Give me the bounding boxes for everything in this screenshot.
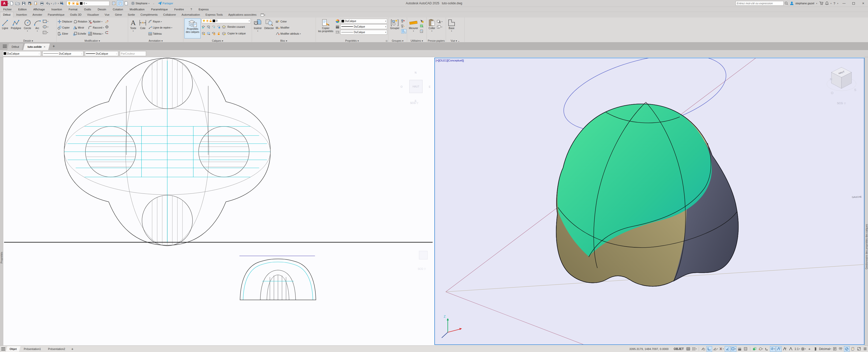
create-block-button[interactable]: Créer <box>276 19 301 25</box>
linetype-dropdown[interactable]: DuCalque▾ <box>340 30 387 35</box>
minimize-button[interactable]: — <box>840 1 848 6</box>
text-button[interactable]: A Texte▾ <box>129 19 137 38</box>
3d-object-snap-toggle[interactable]: ▾ <box>758 347 763 351</box>
redo-history-chevron-icon[interactable]: ▾ <box>58 3 59 4</box>
ribbon-tab-sortie[interactable]: Sortie <box>125 12 138 18</box>
ortho-toggle[interactable] <box>707 347 712 351</box>
layer-walk-icon[interactable] <box>202 32 205 35</box>
snap-toggle[interactable]: ▾ <box>692 347 697 351</box>
lineweight-display-toggle[interactable] <box>737 347 742 351</box>
new-file-button[interactable] <box>9 1 14 6</box>
viewcube-faded-bottom-viewport[interactable] <box>419 251 428 260</box>
table-button[interactable]: Tableau <box>148 31 172 37</box>
ucs-icon[interactable]: Z <box>442 315 462 338</box>
left-viewports-area[interactable]: HAUT N O E S SCG ▽ SCG ▽ <box>3 57 434 345</box>
workspace-switcher[interactable]: Stephane ▾ <box>131 1 150 5</box>
ribbon-tab-insertion[interactable]: Insertion <box>13 12 30 18</box>
undo-button[interactable] <box>45 1 51 6</box>
viewcube-compass-e[interactable]: E <box>429 86 431 88</box>
restore-button[interactable] <box>850 1 858 6</box>
viewcube-compass-n[interactable]: N <box>415 71 416 74</box>
group-selection-toggle[interactable] <box>401 29 406 33</box>
layout-tabs-menu-button[interactable] <box>0 346 6 352</box>
new-layout-button[interactable]: + <box>69 347 75 351</box>
copy-layer-icon[interactable] <box>222 32 226 35</box>
chevron-down-icon[interactable]: ▾ <box>830 348 831 350</box>
notification-bell-icon[interactable] <box>825 1 829 5</box>
units-dropdown[interactable]: Décimal▾ <box>819 347 831 351</box>
ribbon-tab-collaborer[interactable]: Collaborer <box>160 12 179 18</box>
polyline-button[interactable]: Polyligne <box>10 19 22 38</box>
account-name[interactable]: stephane.gazel <box>796 2 814 5</box>
annotation-autoscale-toggle[interactable] <box>782 347 787 351</box>
active-3d-viewport[interactable]: Z HAUT GAUCHE AVANT N O S SCG ▽ <box>434 58 865 345</box>
menu-fenetre[interactable]: Fenêtre <box>171 7 187 12</box>
make-current-label[interactable]: Rendre courant <box>227 26 245 28</box>
layer-manager-palette-tab[interactable]: Gestionnaire des propriétés des calques <box>865 57 868 345</box>
new-tab-button[interactable]: + <box>51 44 57 49</box>
help-menu[interactable]: ? <box>833 1 835 5</box>
dynamic-input-toggle[interactable] <box>701 347 706 351</box>
viewcube-compass-o[interactable]: O <box>831 91 833 95</box>
gizmo-toggle[interactable]: ▾ <box>770 347 775 351</box>
edit-attributes-button[interactable]: Modifier attributs▾ <box>276 31 301 37</box>
solid-model[interactable] <box>556 102 738 286</box>
ribbon-minimize-button[interactable]: ▾ <box>260 12 265 18</box>
menu-cotation[interactable]: Cotation <box>110 7 126 12</box>
join-button[interactable] <box>105 30 108 35</box>
panel-label-presse-papiers[interactable]: Presse-papiers <box>427 39 446 42</box>
panel-label-calques[interactable]: Calques ▾ <box>183 39 252 42</box>
viewcube-faded-top-viewport[interactable]: HAUT N O E S <box>406 65 434 105</box>
autosnap-angle-toggle[interactable] <box>725 347 730 351</box>
chevron-down-icon[interactable]: ▾ <box>723 348 724 350</box>
layer-prev-icon[interactable] <box>212 32 215 35</box>
plot-button[interactable] <box>39 1 45 6</box>
paste-button[interactable]: Coller▾ <box>428 19 436 38</box>
file-tab-start[interactable]: Début <box>7 43 24 50</box>
ribbon-tab-automatisation[interactable]: Automatisation <box>179 12 203 18</box>
layer-isolate-icon[interactable] <box>207 25 210 29</box>
calculator-button[interactable] <box>420 29 424 33</box>
workspace-switching-button[interactable]: ▾ <box>801 347 806 351</box>
annotation-visibility-toggle[interactable] <box>776 347 781 351</box>
edit-block-button[interactable]: Modifier <box>276 25 301 31</box>
batch-plot-button[interactable] <box>59 1 65 6</box>
chevron-down-icon[interactable]: ▾ <box>837 3 838 4</box>
ribbon-tab-outils-3d[interactable]: Outils 3D <box>67 12 84 18</box>
copy-clip-button[interactable]: ▾ <box>437 25 442 29</box>
tab-presentation1[interactable]: Présentation1 <box>20 346 45 352</box>
chevron-down-icon[interactable]: ▾ <box>774 348 775 350</box>
ribbon-tab-gerer[interactable]: Gérer <box>112 12 125 18</box>
sheet-set-button[interactable] <box>123 1 129 6</box>
color-control-dropdown[interactable]: DuCalque⌄ <box>2 51 41 56</box>
stretch-button[interactable]: Etirer <box>58 31 72 37</box>
grid-toggle[interactable] <box>686 347 691 351</box>
circle-button[interactable]: Cercle▾ <box>23 19 32 38</box>
save-button[interactable] <box>21 1 27 6</box>
qat-customize-chevron-icon[interactable]: ⌄ <box>153 3 154 4</box>
menu-parametrique[interactable]: Paramétrique <box>148 7 171 12</box>
radius-dimension-button[interactable]: Rayon▾ <box>148 19 172 25</box>
layer-lock-icon[interactable] <box>217 25 220 29</box>
insert-block-button[interactable]: Insérer▾ <box>253 19 262 38</box>
select-all-button[interactable] <box>420 24 424 28</box>
menu-modification[interactable]: Modification <box>126 7 148 12</box>
make-current-layer-icon[interactable] <box>222 25 226 29</box>
viewcube-compass-o[interactable]: O <box>401 86 403 88</box>
search-icon[interactable] <box>785 1 788 5</box>
array-button[interactable]: Réseau▾ <box>88 31 104 37</box>
qat-layer-dropdown[interactable]: 0 ▾ <box>66 1 110 6</box>
menu-outils[interactable]: Outils <box>81 7 94 12</box>
layer-off-icon[interactable] <box>202 25 205 29</box>
chevron-down-icon[interactable]: ▾ <box>799 348 800 350</box>
ellipse-button[interactable]: ▾ <box>43 25 49 29</box>
properties-palette-tab[interactable]: Propriétés <box>0 57 3 345</box>
annotation-scale-value[interactable]: 1:1▾ <box>795 347 800 351</box>
viewcube-face-top[interactable]: HAUT <box>409 80 423 93</box>
fillet-button[interactable]: Raccord▾ <box>88 25 104 31</box>
tab-presentation2[interactable]: Présentation2 <box>44 346 69 352</box>
layer-manager-palette-label[interactable]: Gestionnaire des propriétés des calques <box>865 224 868 269</box>
measure-button[interactable]: Mesurer▾ <box>408 19 419 38</box>
ribbon-tab-applications[interactable]: Applications associées <box>226 12 259 18</box>
group-button[interactable]: Grouper <box>390 19 400 38</box>
